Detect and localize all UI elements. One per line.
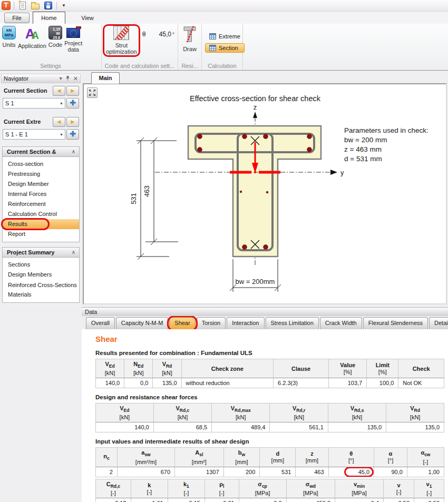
current-section-label: Current Section: [4, 87, 47, 94]
save-icon: [44, 2, 52, 9]
column-header: v[-]: [383, 479, 414, 498]
column-header: Value[%]: [329, 359, 367, 378]
new-file-button[interactable]: [17, 1, 28, 11]
window-position-icon[interactable]: ▾: [60, 76, 62, 81]
sidebar-item-prestressing[interactable]: Prestressing: [3, 169, 79, 179]
tab-file[interactable]: File: [4, 13, 30, 23]
cell: 140,0: [96, 378, 124, 388]
sidebar-item-sections[interactable]: Sections: [3, 260, 79, 270]
tab-detailing[interactable]: Detailing: [429, 317, 448, 329]
cell: 100,0: [367, 378, 398, 388]
add-extreme-button[interactable]: ✚: [66, 129, 79, 140]
open-folder-icon: [31, 4, 40, 9]
cell: 463: [296, 467, 328, 477]
dim-463-label: 463: [143, 185, 151, 197]
application-icon: AA: [25, 26, 39, 41]
extreme-button[interactable]: Extreme: [205, 32, 245, 41]
sidebar-item-materials[interactable]: Materials: [3, 290, 79, 300]
chevron-down-icon: ▼: [60, 133, 63, 136]
drawing-title: Effective cross-section for shear check: [190, 94, 321, 103]
cell: 6.2.3(3): [274, 378, 329, 388]
column-header: Asl[mm²]: [175, 448, 224, 467]
next-extreme-button[interactable]: ▶: [66, 117, 79, 127]
code-button[interactable]: 1,159025.8 Code: [47, 25, 63, 48]
zoom-fit-button[interactable]: [87, 87, 98, 98]
table-caption: Design and resistance shear forces: [95, 393, 446, 401]
sidebar-item-reinforcement[interactable]: Reinforcement: [3, 199, 79, 209]
sidebar-item-design-members[interactable]: Design Members: [3, 270, 79, 280]
section-button[interactable]: Section: [205, 43, 245, 53]
drawing-canvas[interactable]: Effective cross-section for shear check …: [83, 83, 447, 304]
cell: 90,0: [374, 467, 407, 477]
y-axis-label: y: [340, 169, 344, 176]
units-button[interactable]: kNMPa Units: [1, 25, 17, 48]
tab-interaction[interactable]: Interaction: [227, 317, 264, 329]
cell: 135,0: [328, 422, 386, 432]
cell: 0,12: [96, 498, 131, 502]
draw-button[interactable]: Draw: [182, 25, 198, 53]
tab-shear[interactable]: Shear: [169, 317, 195, 329]
tab-flexural-slenderness[interactable]: Flexural Slenderness: [363, 317, 428, 329]
theta-angle-field[interactable]: θ 45,0°: [142, 31, 174, 38]
current-section-select[interactable]: S 1 ▼: [3, 98, 65, 109]
collapse-icon: ∧: [72, 249, 75, 255]
tab-crack-width[interactable]: Crack Width: [320, 317, 362, 329]
add-section-button[interactable]: ✚: [66, 98, 79, 109]
column-header: VEd[kN]: [96, 403, 154, 422]
annotation-theta-value: [344, 467, 374, 477]
ribbon: kNMPa Units AA Application 1,159025.8 Co…: [0, 24, 448, 71]
tab-torsion[interactable]: Torsion: [197, 317, 226, 329]
tab-capacity-n-m-m[interactable]: Capacity N-M-M: [116, 317, 168, 329]
table-row: 140,068,5489,4561,1135,0135,0: [96, 422, 444, 432]
new-file-icon: [20, 2, 26, 9]
group-label-calculation: Calculation: [202, 63, 242, 69]
ribbon-group-calculation: Extreme Section Calculation: [202, 24, 243, 70]
next-section-button[interactable]: ▶: [66, 86, 79, 96]
column-header: k1[-]: [168, 479, 204, 498]
shear-results-content: Shear Results presented for combination …: [82, 329, 448, 502]
sidebar-item-internal-forces[interactable]: Internal Forces: [3, 189, 79, 199]
tab-stress-limitation[interactable]: Stress Limitation: [266, 317, 319, 329]
quick-access-dropdown-icon[interactable]: ▼: [60, 3, 67, 8]
page-title: Shear: [95, 334, 446, 344]
dim-531-label: 531: [130, 193, 138, 204]
app-logo[interactable]: T: [2, 1, 11, 10]
cell: 135,0: [153, 378, 181, 388]
column-header: asw[mm²/m]: [117, 448, 174, 467]
sidebar-item-cross-section[interactable]: Cross-section: [3, 159, 79, 169]
strut-optimization-button[interactable]: Strut optimization: [105, 25, 138, 55]
group-header-current-section[interactable]: Current Section &∧: [2, 146, 80, 157]
column-header: CRd,c[-]: [96, 479, 131, 498]
sidebar-item-calculation-control[interactable]: Calculation Control: [3, 209, 79, 219]
tab-view[interactable]: View: [72, 13, 103, 24]
open-file-button[interactable]: [30, 1, 41, 11]
previous-section-button[interactable]: ◀: [53, 86, 65, 96]
cell: 103,7: [329, 378, 367, 388]
tab-main[interactable]: Main: [91, 72, 120, 84]
cell: 0,53: [414, 498, 444, 502]
group-header-project-summary[interactable]: Project Summary∧: [2, 247, 80, 258]
results-table-4: CRd,c[-]k[-]k1[-]ρl[-]σcp[MPa]σwd[MPa]vm…: [95, 479, 444, 502]
sidebar-item-report[interactable]: Report: [3, 229, 79, 239]
sidebar-item-reinforced-cross-sections[interactable]: Reinforced Cross-Sections: [3, 280, 79, 290]
table-caption: Input values and intermediate results of…: [95, 438, 446, 445]
close-icon[interactable]: ✕: [73, 76, 78, 81]
column-header: VRd[kN]: [386, 403, 444, 422]
column-header: VRd,max[kN]: [212, 403, 270, 422]
save-button[interactable]: [43, 1, 53, 11]
svg-text:bw = 200 mm: bw = 200 mm: [344, 136, 387, 144]
separator: [14, 2, 14, 9]
sidebar-item-design-member[interactable]: Design Member: [3, 179, 79, 189]
units-icon: kNMPa: [2, 26, 16, 40]
application-button[interactable]: AA Application: [17, 25, 47, 50]
tab-overall[interactable]: Overall: [86, 317, 115, 329]
current-extreme-select[interactable]: S 1 - E 1 ▼: [3, 129, 65, 140]
data-panel: Data OverallCapacity N-M-MShearTorsionIn…: [82, 307, 448, 502]
pin-icon[interactable]: [65, 75, 70, 82]
annotation-results: [1, 218, 50, 230]
project-data-button[interactable]: Project data: [63, 25, 83, 53]
z-axis-label: z: [254, 103, 257, 111]
sidebar-item-results[interactable]: Results: [3, 219, 79, 229]
previous-extreme-button[interactable]: ◀: [53, 117, 65, 127]
tab-home[interactable]: Home: [33, 12, 65, 24]
